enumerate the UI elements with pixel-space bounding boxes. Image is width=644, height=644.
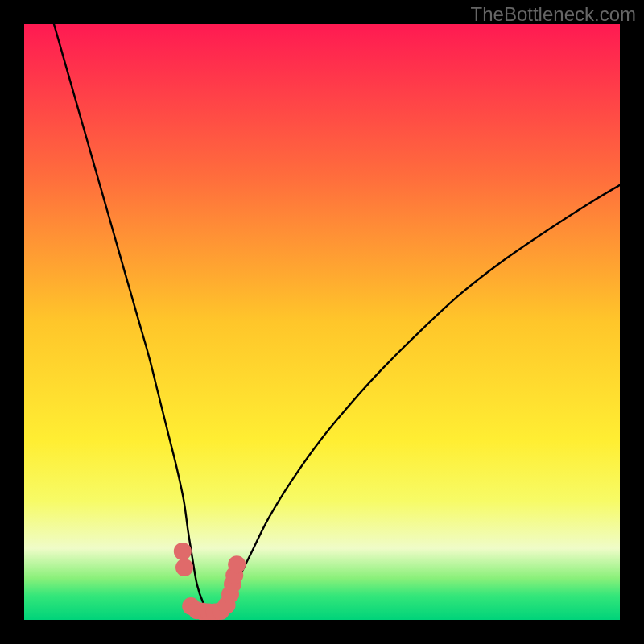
highlight-point [174,543,192,560]
bottleneck-chart [24,24,620,620]
chart-frame: TheBottleneck.com [0,0,644,644]
watermark-text: TheBottleneck.com [471,3,636,26]
highlight-point [175,559,193,576]
highlight-point [228,555,246,573]
plot-area [24,24,620,620]
gradient-background [24,24,620,620]
